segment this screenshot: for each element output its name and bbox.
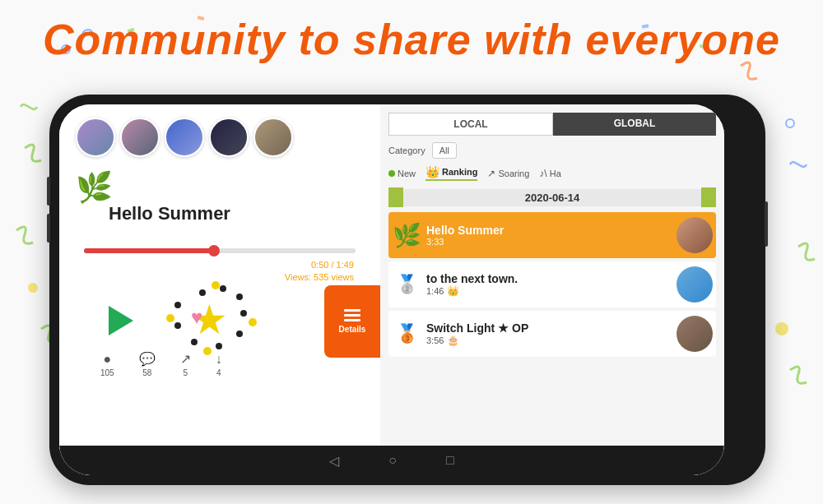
dot [216,343,222,349]
rank-1-info: Hello Summer 3:33 [426,224,672,247]
avatar-4[interactable] [209,118,249,157]
date-text: 2020-06-14 [403,189,701,206]
rank-2-title: to the next town. [426,272,672,285]
shares-count: 5 [183,368,188,377]
filter-new-label: New [398,169,416,178]
home-icon[interactable]: ○ [388,453,397,468]
dot [174,322,181,329]
shares-action[interactable]: ↗ 5 [180,351,191,377]
rank-3-title: Switch Light ★ OP [426,321,672,335]
dot [240,310,247,317]
back-icon[interactable]: ◁ [329,453,339,469]
dot [174,302,181,308]
svg-point-2 [775,322,788,335]
details-button[interactable]: Details [324,285,380,358]
rank-2-info: to the next town. 1:46 👑 [426,272,672,297]
download-icon: ↓ [216,352,222,367]
time-display: 0:50 / 1:49 [285,259,354,271]
yellow-dot [249,318,257,326]
action-row: ● 105 💬 58 ↗ 5 ↓ 4 [100,351,222,377]
share-icon: ↗ [180,351,191,367]
crown-icon: 👑 [425,165,439,178]
avatar-1[interactable] [76,118,115,157]
line2 [344,314,360,317]
downloads-action[interactable]: ↓ 4 [216,352,222,377]
filter-ranking-label: Ranking [442,167,477,177]
filter-ha-label: Ha [550,169,561,178]
progress-bar[interactable] [84,248,356,253]
ranking-panel: LOCAL GLOBAL Category All New 👑 Ranking [380,104,724,475]
line3 [344,319,360,321]
rank-1-badge-icon: 🌿 [392,220,421,250]
rank-1-title: Hello Summer [426,224,672,237]
rank-3-avatar [677,316,713,352]
menu-lines-icon [344,309,360,321]
like-icon: ● [104,352,112,367]
nav-bar: ◁ ○ □ [59,446,724,475]
progress-fill [84,248,214,253]
new-dot-icon [388,170,395,177]
comments-action[interactable]: 💬 58 [139,351,156,377]
yellow-dot [166,314,174,322]
rank-2-crown-icon: 👑 [447,285,459,297]
filter-ranking[interactable]: 👑 Ranking [425,165,477,181]
volume-up-button [47,177,50,206]
play-button[interactable] [109,306,133,335]
power-button [765,201,768,247]
volume-down-button [47,214,50,243]
award-badge-icon: 🌿 [76,170,113,205]
rank-1-avatar [677,217,713,253]
likes-action[interactable]: ● 105 [100,352,114,377]
filter-ha[interactable]: ♪\ Ha [539,168,560,179]
views-display: Views: 535 views [285,271,354,284]
date-block-right [701,187,716,207]
rank-2-badge-icon: 🥈 [392,270,421,299]
filter-row: New 👑 Ranking ↗ Soaring ♪\ Ha [388,165,716,181]
dot [236,331,243,337]
comment-icon: 💬 [139,351,156,367]
dot [199,289,206,296]
tab-local[interactable]: LOCAL [388,113,553,136]
comments-count: 58 [142,368,151,377]
page-title: Community to share with everyone [0,15,823,64]
avatar-5[interactable] [253,118,293,157]
category-label: Category [388,146,425,155]
line1 [344,309,360,312]
rank-2-avatar [677,266,713,303]
ha-icon: ♪\ [539,168,546,179]
avatar-row [72,118,367,157]
avatar-2[interactable] [120,118,160,157]
time-info: 0:50 / 1:49 Views: 535 views [285,259,354,284]
date-header: 2020-06-14 [388,187,716,207]
avatar-3[interactable] [165,118,204,157]
recents-icon[interactable]: □ [446,453,454,468]
svg-point-3 [28,283,38,293]
heart-icon[interactable]: ♥ [191,306,202,329]
tab-row: LOCAL GLOBAL [388,113,716,136]
dot [220,285,226,292]
tab-global[interactable]: GLOBAL [553,113,716,136]
svg-point-1 [786,119,794,127]
details-label: Details [339,325,366,334]
filter-soaring[interactable]: ↗ Soaring [487,168,529,179]
phone-shell: 🌿 Hello Summer 0:50 / 1:49 Views: 535 vi… [49,95,765,485]
downloads-count: 4 [216,368,221,377]
rank-2-duration: 1:46 👑 [426,285,672,297]
rank-item-2[interactable]: 🥈 to the next town. 1:46 👑 [388,261,716,307]
category-select[interactable]: All [432,142,457,159]
rank-3-badge-icon: 🥉 [392,319,421,349]
soaring-arrow-icon: ↗ [487,168,495,179]
category-row: Category All [388,142,716,159]
date-block-left [388,187,403,207]
rank-3-cake-icon: 🎂 [447,335,459,346]
phone-screen: 🌿 Hello Summer 0:50 / 1:49 Views: 535 vi… [59,104,724,475]
likes-count: 105 [100,368,114,377]
filter-new[interactable]: New [388,169,416,178]
progress-knob[interactable] [208,245,220,257]
rank-item-3[interactable]: 🥉 Switch Light ★ OP 3:56 🎂 [388,311,716,357]
yellow-dot [212,281,220,289]
rank-1-duration: 3:33 [426,237,672,247]
song-title: Hello Summer [109,203,230,224]
rank-item-1[interactable]: 🌿 Hello Summer 3:33 [388,212,716,258]
filter-soaring-label: Soaring [498,169,529,178]
